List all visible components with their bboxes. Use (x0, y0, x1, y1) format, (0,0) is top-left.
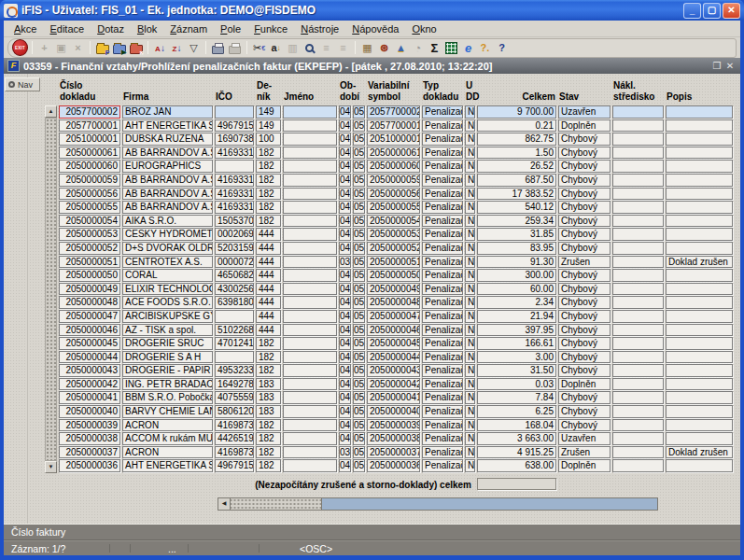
table-row[interactable]: 2050000036AHT ENERGETIKA S.R_14967915518… (59, 459, 733, 472)
cell-denik[interactable]: 182 (256, 351, 281, 364)
cell-typ[interactable]: Penalizačn (422, 133, 463, 146)
cell-ob2[interactable]: 05 (353, 283, 365, 296)
table-row[interactable]: 2050000061AB BARRANDOV A.S.4169331118204… (59, 147, 733, 160)
table-row[interactable]: 2050000045DROGERIE SRUC47012411182040520… (59, 337, 733, 350)
cell-celkem[interactable]: 6.25 (477, 405, 556, 418)
cell-jmeno[interactable] (283, 432, 337, 445)
cell-varsym[interactable]: 2050000040 (367, 405, 420, 418)
print-setup-icon[interactable] (227, 40, 243, 56)
cell-cislo[interactable]: 2050000040 (59, 405, 120, 418)
cell-typ[interactable]: Penalizačn (422, 459, 463, 472)
cell-ob1[interactable]: 04 (339, 242, 351, 255)
cell-ob2[interactable]: 05 (353, 337, 365, 350)
cell-ob1[interactable]: 04 (339, 432, 351, 445)
cell-ob1[interactable]: 04 (339, 105, 351, 119)
cell-popis[interactable] (666, 419, 733, 432)
menu-item-okno[interactable]: Okno (405, 23, 442, 35)
cell-nakl[interactable] (612, 228, 664, 241)
menu-item-akce[interactable]: Akce (7, 23, 43, 35)
cell-ico[interactable]: 49532333 (215, 364, 254, 377)
paste-icon[interactable]: a↓ (268, 40, 284, 56)
cell-stav[interactable]: Chybový (558, 283, 611, 296)
cell-popis[interactable] (666, 119, 733, 133)
cell-varsym[interactable]: 2050000047 (367, 310, 420, 323)
cell-denik[interactable]: 182 (256, 147, 281, 160)
cell-denik[interactable]: 183 (256, 405, 281, 418)
cell-ob2[interactable]: 05 (353, 446, 365, 459)
cell-ob2[interactable]: 05 (353, 201, 365, 214)
cell-ob2[interactable]: 05 (353, 432, 365, 445)
cell-nakl[interactable] (612, 351, 664, 364)
cell-varsym[interactable]: 2050000060 (367, 160, 420, 173)
cell-popis[interactable] (666, 459, 733, 472)
cell-stav[interactable]: Chybový (558, 364, 611, 377)
cell-stav[interactable]: Chybový (558, 215, 611, 228)
cell-stav[interactable]: Zrušen (558, 256, 611, 269)
cell-cislo[interactable]: 2050000049 (59, 283, 120, 296)
cell-popis[interactable] (666, 174, 733, 187)
mdi-close-button[interactable]: ✕ (723, 61, 737, 71)
cell-celkem[interactable]: 26.52 (477, 160, 556, 173)
cell-ico[interactable]: 41693311 (215, 201, 254, 214)
cell-jmeno[interactable] (283, 459, 337, 472)
cell-nakl[interactable] (612, 391, 664, 404)
cell-ob1[interactable]: 04 (339, 378, 351, 391)
cell-typ[interactable]: Penalizačn (422, 351, 463, 364)
cell-udd[interactable]: N (465, 160, 475, 173)
cell-firma[interactable]: DROGERIE - PAPIR (122, 364, 213, 377)
cell-popis[interactable] (666, 269, 733, 282)
cell-udd[interactable]: N (465, 242, 475, 255)
cell-ico[interactable]: 51022689 (215, 324, 254, 337)
cell-nakl[interactable] (612, 256, 664, 269)
cell-popis[interactable] (666, 310, 733, 323)
cell-nakl[interactable] (612, 188, 664, 201)
cell-udd[interactable]: N (465, 310, 475, 323)
cell-ob1[interactable]: 03 (339, 446, 351, 459)
cell-ob1[interactable]: 04 (339, 419, 351, 432)
cell-varsym[interactable]: 2050000044 (367, 351, 420, 364)
cell-cislo[interactable]: 2051000001 (59, 133, 120, 146)
cell-udd[interactable]: N (465, 405, 475, 418)
cell-varsym[interactable]: 2050000048 (367, 296, 420, 309)
cell-firma[interactable]: BARVY CHEMIE LANA (122, 405, 213, 418)
cell-ob1[interactable]: 03 (339, 256, 351, 269)
cell-ob1[interactable]: 04 (339, 188, 351, 201)
clock-icon[interactable]: ◔ (410, 40, 426, 56)
cell-jmeno[interactable] (283, 105, 337, 119)
table-row[interactable]: 2050000044DROGERIE S A H1820405205000004… (59, 351, 733, 364)
cell-varsym[interactable]: 2050000051 (367, 256, 420, 269)
menu-item-editace[interactable]: Editace (43, 23, 91, 35)
cell-ob1[interactable]: 04 (339, 391, 351, 404)
cell-stav[interactable]: Chybový (558, 228, 611, 241)
cell-ob2[interactable]: 05 (353, 296, 365, 309)
cell-ob2[interactable]: 05 (353, 228, 365, 241)
cell-nakl[interactable] (612, 296, 664, 309)
delete-record-icon[interactable]: × (70, 40, 86, 56)
cell-nakl[interactable] (612, 119, 664, 133)
cell-ico[interactable]: 41693311 (215, 174, 254, 187)
cell-ob1[interactable]: 04 (339, 133, 351, 146)
cell-ico[interactable] (215, 351, 254, 364)
cell-ico[interactable] (215, 310, 254, 323)
exit-button[interactable]: EXIT (12, 39, 28, 56)
cell-udd[interactable]: N (465, 351, 475, 364)
cell-denik[interactable]: 182 (256, 160, 281, 173)
cell-stav[interactable]: Doplněn (558, 119, 611, 133)
copy-icon[interactable]: ▥ (285, 40, 301, 56)
cell-stav[interactable]: Chybový (558, 147, 611, 160)
cell-udd[interactable]: N (465, 133, 475, 146)
cell-varsym[interactable]: 2050000050 (367, 269, 420, 282)
cell-jmeno[interactable] (283, 296, 337, 309)
cell-cislo[interactable]: 2050000056 (59, 188, 120, 201)
cell-ob1[interactable]: 04 (339, 174, 351, 187)
close-button[interactable]: ✕ (723, 3, 740, 19)
cell-firma[interactable]: ING. PETR BRADAC (122, 378, 213, 391)
cell-popis[interactable] (666, 351, 733, 364)
table-row[interactable]: 2050000050CORAL4650682944404052050000050… (59, 269, 733, 282)
cell-firma[interactable]: AIKA S.R.O. (122, 215, 213, 228)
cell-ico[interactable]: 49679155 (215, 119, 254, 133)
cell-celkem[interactable]: 300.00 (477, 269, 556, 282)
cell-celkem[interactable]: 168.04 (477, 419, 556, 432)
cell-jmeno[interactable] (283, 160, 337, 173)
cell-ob2[interactable]: 05 (353, 310, 365, 323)
